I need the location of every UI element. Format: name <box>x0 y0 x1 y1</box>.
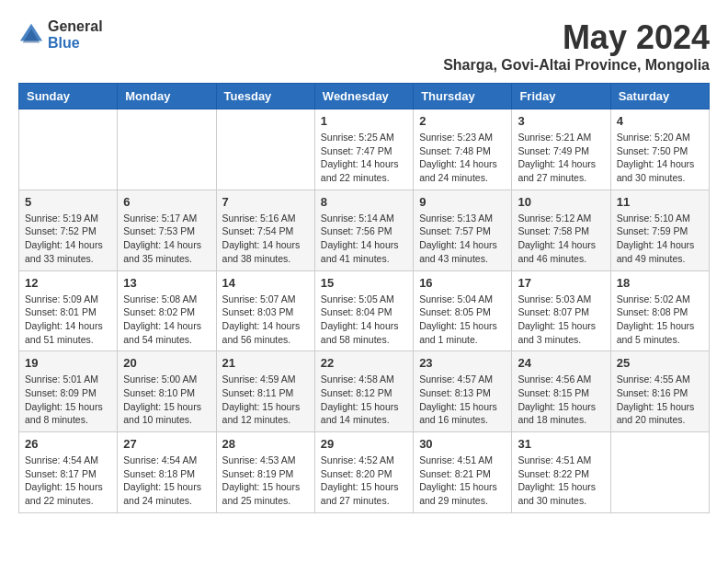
table-row: 3 Sunrise: 5:21 AMSunset: 7:49 PMDayligh… <box>512 109 610 190</box>
day-number: 11 <box>617 195 703 209</box>
day-info: Sunrise: 5:17 AMSunset: 7:53 PMDaylight:… <box>123 212 210 266</box>
calendar-week-2: 5 Sunrise: 5:19 AMSunset: 7:52 PMDayligh… <box>19 190 710 270</box>
day-number: 22 <box>321 356 407 370</box>
day-info: Sunrise: 5:10 AMSunset: 7:59 PMDaylight:… <box>617 212 703 266</box>
table-row: 18 Sunrise: 5:02 AMSunset: 8:08 PMDaylig… <box>610 270 709 351</box>
day-number: 25 <box>617 356 703 370</box>
day-number: 1 <box>321 114 407 128</box>
table-row: 31 Sunrise: 4:51 AMSunset: 8:22 PMDaylig… <box>512 432 610 513</box>
day-number: 31 <box>518 437 604 451</box>
day-number: 4 <box>617 114 703 128</box>
day-info: Sunrise: 5:23 AMSunset: 7:48 PMDaylight:… <box>419 131 506 185</box>
day-info: Sunrise: 5:02 AMSunset: 8:08 PMDaylight:… <box>617 293 703 347</box>
day-number: 5 <box>25 195 111 209</box>
table-row <box>118 109 216 190</box>
day-number: 29 <box>321 437 407 451</box>
day-info: Sunrise: 4:51 AMSunset: 8:21 PMDaylight:… <box>419 454 506 508</box>
table-row: 14 Sunrise: 5:07 AMSunset: 8:03 PMDaylig… <box>216 270 314 351</box>
table-row: 20 Sunrise: 5:00 AMSunset: 8:10 PMDaylig… <box>118 351 216 432</box>
day-info: Sunrise: 5:12 AMSunset: 7:58 PMDaylight:… <box>518 212 604 266</box>
title-area: May 2024 Sharga, Govi-Altai Province, Mo… <box>443 18 710 74</box>
day-number: 28 <box>222 437 309 451</box>
col-friday: Friday <box>512 84 610 109</box>
col-sunday: Sunday <box>19 84 118 109</box>
day-info: Sunrise: 5:04 AMSunset: 8:05 PMDaylight:… <box>419 293 506 347</box>
day-info: Sunrise: 5:16 AMSunset: 7:54 PMDaylight:… <box>222 212 309 266</box>
day-info: Sunrise: 5:09 AMSunset: 8:01 PMDaylight:… <box>25 293 111 347</box>
table-row <box>610 432 709 513</box>
day-number: 21 <box>222 356 309 370</box>
location-subtitle: Sharga, Govi-Altai Province, Mongolia <box>443 57 710 74</box>
table-row: 25 Sunrise: 4:55 AMSunset: 8:16 PMDaylig… <box>610 351 709 432</box>
day-info: Sunrise: 5:21 AMSunset: 7:49 PMDaylight:… <box>518 131 604 185</box>
table-row: 9 Sunrise: 5:13 AMSunset: 7:57 PMDayligh… <box>414 190 512 270</box>
day-info: Sunrise: 4:54 AMSunset: 8:18 PMDaylight:… <box>123 454 210 508</box>
day-number: 16 <box>419 276 506 290</box>
col-thursday: Thursday <box>414 84 512 109</box>
day-number: 26 <box>25 437 111 451</box>
table-row: 30 Sunrise: 4:51 AMSunset: 8:21 PMDaylig… <box>414 432 512 513</box>
day-number: 30 <box>419 437 506 451</box>
day-info: Sunrise: 4:58 AMSunset: 8:12 PMDaylight:… <box>321 373 407 427</box>
calendar-week-3: 12 Sunrise: 5:09 AMSunset: 8:01 PMDaylig… <box>19 270 710 351</box>
day-number: 27 <box>123 437 210 451</box>
logo: General Blue <box>18 18 103 51</box>
table-row: 22 Sunrise: 4:58 AMSunset: 8:12 PMDaylig… <box>314 351 413 432</box>
day-number: 15 <box>321 276 407 290</box>
table-row: 11 Sunrise: 5:10 AMSunset: 7:59 PMDaylig… <box>610 190 709 270</box>
day-number: 6 <box>123 195 210 209</box>
day-info: Sunrise: 5:25 AMSunset: 7:47 PMDaylight:… <box>321 131 407 185</box>
day-info: Sunrise: 4:57 AMSunset: 8:13 PMDaylight:… <box>419 373 506 427</box>
day-info: Sunrise: 5:20 AMSunset: 7:50 PMDaylight:… <box>617 131 703 185</box>
day-info: Sunrise: 4:54 AMSunset: 8:17 PMDaylight:… <box>25 454 111 508</box>
calendar-week-5: 26 Sunrise: 4:54 AMSunset: 8:17 PMDaylig… <box>19 432 710 513</box>
day-info: Sunrise: 4:51 AMSunset: 8:22 PMDaylight:… <box>518 454 604 508</box>
month-year-title: May 2024 <box>443 18 710 57</box>
day-info: Sunrise: 4:53 AMSunset: 8:19 PMDaylight:… <box>222 454 309 508</box>
col-tuesday: Tuesday <box>216 84 314 109</box>
day-info: Sunrise: 5:00 AMSunset: 8:10 PMDaylight:… <box>123 373 210 427</box>
day-info: Sunrise: 4:52 AMSunset: 8:20 PMDaylight:… <box>321 454 407 508</box>
day-number: 2 <box>419 114 506 128</box>
day-number: 9 <box>419 195 506 209</box>
day-info: Sunrise: 5:14 AMSunset: 7:56 PMDaylight:… <box>321 212 407 266</box>
table-row: 23 Sunrise: 4:57 AMSunset: 8:13 PMDaylig… <box>414 351 512 432</box>
table-row: 15 Sunrise: 5:05 AMSunset: 8:04 PMDaylig… <box>314 270 413 351</box>
table-row: 27 Sunrise: 4:54 AMSunset: 8:18 PMDaylig… <box>118 432 216 513</box>
day-info: Sunrise: 4:59 AMSunset: 8:11 PMDaylight:… <box>222 373 309 427</box>
table-row: 6 Sunrise: 5:17 AMSunset: 7:53 PMDayligh… <box>118 190 216 270</box>
table-row: 5 Sunrise: 5:19 AMSunset: 7:52 PMDayligh… <box>19 190 118 270</box>
table-row: 16 Sunrise: 5:04 AMSunset: 8:05 PMDaylig… <box>414 270 512 351</box>
day-info: Sunrise: 5:05 AMSunset: 8:04 PMDaylight:… <box>321 293 407 347</box>
table-row: 10 Sunrise: 5:12 AMSunset: 7:58 PMDaylig… <box>512 190 610 270</box>
table-row: 2 Sunrise: 5:23 AMSunset: 7:48 PMDayligh… <box>414 109 512 190</box>
table-row: 19 Sunrise: 5:01 AMSunset: 8:09 PMDaylig… <box>19 351 118 432</box>
day-info: Sunrise: 5:07 AMSunset: 8:03 PMDaylight:… <box>222 293 309 347</box>
table-row: 24 Sunrise: 4:56 AMSunset: 8:15 PMDaylig… <box>512 351 610 432</box>
day-info: Sunrise: 5:08 AMSunset: 8:02 PMDaylight:… <box>123 293 210 347</box>
table-row: 13 Sunrise: 5:08 AMSunset: 8:02 PMDaylig… <box>118 270 216 351</box>
table-row: 1 Sunrise: 5:25 AMSunset: 7:47 PMDayligh… <box>314 109 413 190</box>
table-row: 7 Sunrise: 5:16 AMSunset: 7:54 PMDayligh… <box>216 190 314 270</box>
table-row: 21 Sunrise: 4:59 AMSunset: 8:11 PMDaylig… <box>216 351 314 432</box>
day-info: Sunrise: 5:01 AMSunset: 8:09 PMDaylight:… <box>25 373 111 427</box>
col-monday: Monday <box>118 84 216 109</box>
calendar-week-4: 19 Sunrise: 5:01 AMSunset: 8:09 PMDaylig… <box>19 351 710 432</box>
table-row: 29 Sunrise: 4:52 AMSunset: 8:20 PMDaylig… <box>314 432 413 513</box>
table-row <box>216 109 314 190</box>
day-number: 23 <box>419 356 506 370</box>
table-row: 26 Sunrise: 4:54 AMSunset: 8:17 PMDaylig… <box>19 432 118 513</box>
table-row: 28 Sunrise: 4:53 AMSunset: 8:19 PMDaylig… <box>216 432 314 513</box>
logo-icon <box>18 22 44 48</box>
day-number: 13 <box>123 276 210 290</box>
logo-blue-text: Blue <box>48 35 103 52</box>
calendar-week-1: 1 Sunrise: 5:25 AMSunset: 7:47 PMDayligh… <box>19 109 710 190</box>
day-number: 8 <box>321 195 407 209</box>
table-row: 12 Sunrise: 5:09 AMSunset: 8:01 PMDaylig… <box>19 270 118 351</box>
day-number: 18 <box>617 276 703 290</box>
table-row: 8 Sunrise: 5:14 AMSunset: 7:56 PMDayligh… <box>314 190 413 270</box>
day-number: 19 <box>25 356 111 370</box>
calendar-table: Sunday Monday Tuesday Wednesday Thursday… <box>18 83 710 513</box>
calendar-header-row: Sunday Monday Tuesday Wednesday Thursday… <box>19 84 710 109</box>
col-wednesday: Wednesday <box>314 84 413 109</box>
